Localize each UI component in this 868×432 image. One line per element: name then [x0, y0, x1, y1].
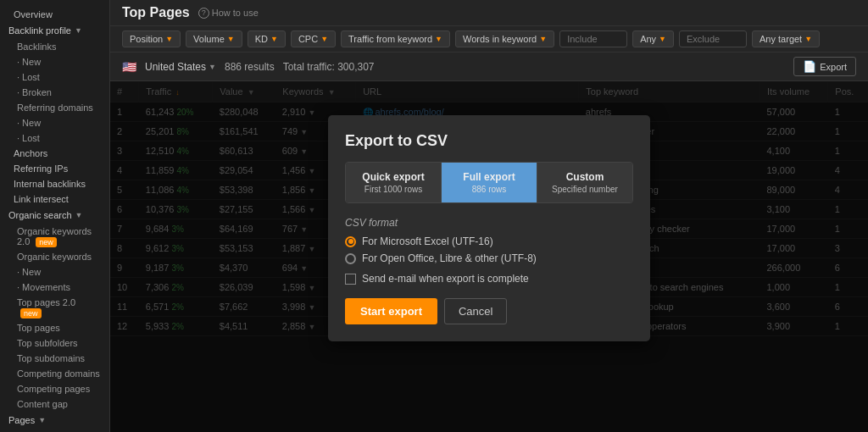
custom-export-subtitle: Specified number	[548, 185, 622, 194]
radio-excel-label: For Microsoft Excel (UTF-16)	[362, 235, 493, 247]
main-content: Top Pages ? How to use Position ▼ Volume…	[110, 0, 868, 432]
radio-oo-circle	[345, 253, 356, 264]
start-export-button[interactable]: Start export	[345, 298, 437, 324]
modal-title: Export to CSV	[345, 132, 633, 150]
sidebar-item-referring-ips[interactable]: Referring IPs	[0, 161, 109, 176]
new-badge-tp: new	[20, 308, 42, 318]
radio-excel-circle	[345, 236, 356, 247]
sidebar-item-backlinks[interactable]: Backlinks	[0, 39, 109, 54]
cancel-button[interactable]: Cancel	[444, 298, 507, 324]
sidebar-item-referring-domains[interactable]: Referring domains	[0, 100, 109, 115]
radio-excel[interactable]: For Microsoft Excel (UTF-16)	[345, 235, 633, 247]
export-button[interactable]: 📄 Export	[793, 57, 856, 76]
sidebar-item-organic-search[interactable]: Organic search ▼	[0, 207, 109, 224]
dropdown-arrow-position: ▼	[165, 35, 173, 43]
page-title: Top Pages	[122, 5, 190, 20]
email-checkbox-item[interactable]: Send e-mail when export is complete	[345, 273, 633, 285]
chevron-down-icon: ▼	[75, 211, 83, 219]
export-icon: 📄	[803, 60, 816, 73]
traffic-from-keyword-filter[interactable]: Traffic from keyword ▼	[341, 30, 450, 47]
sidebar-item-top-subfolders[interactable]: Top subfolders	[0, 335, 109, 351]
sidebar-item-broken[interactable]: · Broken	[0, 85, 109, 100]
sidebar-item-organic-keywords[interactable]: Organic keywords	[0, 249, 109, 264]
any-filter[interactable]: Any ▼	[632, 30, 674, 47]
export-modal: Export to CSV Quick export First 1000 ro…	[328, 115, 650, 341]
table-area: # Traffic ↓ Value ▼ Keywords ▼ URL Top k…	[110, 81, 868, 432]
quick-export-label: Quick export	[356, 171, 431, 183]
country-select[interactable]: United States ▼	[145, 61, 216, 73]
dropdown-arrow-words: ▼	[539, 35, 547, 43]
chevron-down-icon: ▼	[209, 63, 216, 71]
custom-export-label: Custom	[548, 171, 622, 183]
modal-overlay: Export to CSV Quick export First 1000 ro…	[110, 81, 868, 432]
total-traffic: Total traffic: 300,307	[283, 61, 375, 73]
csv-format-label: CSV format	[345, 217, 633, 229]
sidebar-item-backlink-profile[interactable]: Backlink profile ▼	[0, 22, 109, 39]
sidebar-item-ok-movements[interactable]: · Movements	[0, 280, 109, 295]
full-export-option[interactable]: Full export 886 rows	[442, 163, 537, 202]
sidebar-item-overview[interactable]: Overview	[0, 7, 109, 22]
sidebar-item-top-pages-20[interactable]: Top pages 2.0 new	[0, 295, 109, 320]
sidebar-item-competing-domains[interactable]: Competing domains	[0, 366, 109, 381]
modal-actions: Start export Cancel	[345, 298, 633, 324]
dropdown-arrow-cpc: ▼	[320, 35, 328, 43]
exclude-input[interactable]	[679, 30, 747, 47]
dropdown-arrow-kd: ▼	[270, 35, 278, 43]
country-flag: 🇺🇸	[122, 60, 136, 74]
dropdown-arrow-traffic: ▼	[435, 35, 442, 43]
sidebar-item-anchors[interactable]: Anchors	[0, 146, 109, 161]
full-export-subtitle: 886 rows	[452, 185, 526, 194]
any-target-filter[interactable]: Any target ▼	[752, 30, 820, 47]
sidebar-item-ok-new[interactable]: · New	[0, 264, 109, 280]
sidebar: Overview Backlink profile ▼ Backlinks · …	[0, 0, 110, 432]
new-badge: new	[36, 237, 57, 247]
email-checkbox	[345, 274, 356, 285]
full-export-label: Full export	[452, 171, 526, 183]
sidebar-item-new[interactable]: · New	[0, 54, 109, 69]
dropdown-arrow-volume: ▼	[227, 35, 235, 43]
sidebar-item-lost[interactable]: · Lost	[0, 69, 109, 85]
quick-export-option[interactable]: Quick export First 1000 rows	[346, 163, 442, 202]
resultsbar: 🇺🇸 United States ▼ 886 results Total tra…	[110, 53, 868, 81]
cpc-filter[interactable]: CPC ▼	[291, 30, 336, 47]
dropdown-arrow-any: ▼	[659, 35, 666, 43]
email-checkbox-label: Send e-mail when export is complete	[362, 273, 529, 285]
chevron-down-icon: ▼	[38, 416, 46, 424]
results-count: 886 results	[225, 61, 275, 73]
quick-export-subtitle: First 1000 rows	[356, 185, 431, 194]
include-input[interactable]	[559, 30, 627, 47]
info-icon: ?	[198, 8, 209, 19]
chevron-down-icon: ▼	[75, 26, 82, 35]
sidebar-item-top-pages[interactable]: Top pages	[0, 320, 109, 335]
custom-export-option[interactable]: Custom Specified number	[537, 163, 632, 202]
radio-oo-label: For Open Office, Libre & other (UTF-8)	[362, 252, 537, 264]
dropdown-arrow-any-target: ▼	[804, 35, 812, 43]
volume-filter[interactable]: Volume ▼	[186, 30, 242, 47]
filterbar: Position ▼ Volume ▼ KD ▼ CPC ▼ Traffic f…	[110, 26, 868, 53]
kd-filter[interactable]: KD ▼	[248, 30, 286, 47]
radio-group: For Microsoft Excel (UTF-16) For Open Of…	[345, 235, 633, 264]
sidebar-item-content-gap[interactable]: Content gap	[0, 396, 109, 412]
sidebar-item-internal-backlinks[interactable]: Internal backlinks	[0, 176, 109, 191]
export-options: Quick export First 1000 rows Full export…	[345, 162, 633, 203]
how-to-use-link[interactable]: ? How to use	[198, 8, 259, 19]
sidebar-item-link-intersect[interactable]: Link intersect	[0, 191, 109, 207]
sidebar-item-pages[interactable]: Pages ▼	[0, 412, 109, 429]
sidebar-item-rd-new[interactable]: · New	[0, 115, 109, 130]
sidebar-item-competing-pages[interactable]: Competing pages	[0, 381, 109, 396]
sidebar-item-rd-lost[interactable]: · Lost	[0, 130, 109, 146]
topbar: Top Pages ? How to use	[110, 0, 868, 26]
words-in-keyword-filter[interactable]: Words in keyword ▼	[455, 30, 554, 47]
sidebar-item-organic-keywords-20[interactable]: Organic keywords 2.0 new	[0, 224, 109, 249]
sidebar-item-best-by-links[interactable]: Best by links	[0, 429, 109, 432]
radio-open-office[interactable]: For Open Office, Libre & other (UTF-8)	[345, 252, 633, 264]
position-filter[interactable]: Position ▼	[122, 30, 181, 47]
sidebar-item-top-subdomains[interactable]: Top subdomains	[0, 351, 109, 366]
